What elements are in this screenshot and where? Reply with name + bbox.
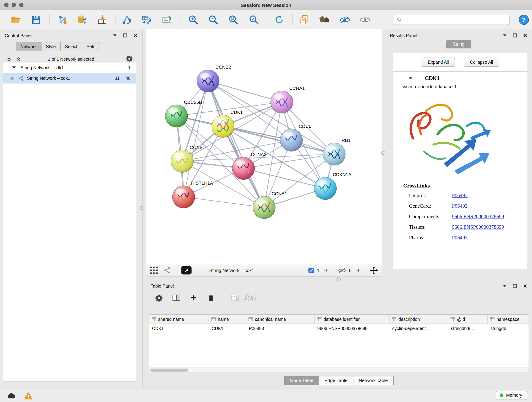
pan-crosshair-icon[interactable] [370,266,378,274]
detach-view-button[interactable] [181,266,191,274]
network-edge[interactable] [184,81,208,197]
tab-select[interactable]: Select [60,42,82,51]
network-row-selected[interactable]: String Network – cdk1 11 48 [3,73,136,83]
network-collection-row[interactable]: String Network – cdk1 1 [3,62,136,73]
zoom-out-button[interactable] [206,13,221,27]
help-button[interactable]: ? [519,14,530,25]
import-table-file-button[interactable] [95,13,110,27]
open-session-button[interactable] [8,13,23,27]
column-header[interactable]: database identifier [315,315,389,324]
cell-id[interactable]: stringdb:9... [448,324,488,333]
delete-column-trash-icon[interactable] [208,294,214,301]
column-header[interactable]: description [389,315,448,324]
panel-float-icon[interactable] [513,33,517,38]
cell-database-identifier[interactable]: 9606.ENSP00000378699 [315,324,389,333]
network-edge[interactable] [208,81,282,102]
table-row[interactable]: CDK1 CDK1 P06493 9606.ENSP00000378699 cy… [149,324,529,333]
crosslink-link[interactable]: P06493 [452,192,467,198]
function-builder-icon[interactable]: f(x) [244,293,256,301]
network-node-CDK1[interactable]: CDK1 [212,110,243,137]
network-node-CDKN1A[interactable]: CDKN1A [314,172,351,200]
search-box[interactable] [394,15,510,25]
panel-float-icon[interactable] [513,284,517,288]
table-settings-gear-icon[interactable] [155,294,162,302]
hide-selected-button[interactable] [337,13,352,27]
panel-close-icon[interactable] [523,33,527,38]
memory-button[interactable]: Memory [496,391,527,400]
cell-namespace[interactable]: stringdb [488,324,529,333]
panel-close-icon[interactable] [133,33,138,38]
zoom-selected-button[interactable] [246,13,261,27]
gene-expander-icon[interactable] [409,77,413,80]
expand-all-icon[interactable] [16,57,20,61]
column-header[interactable]: name [209,315,246,324]
copy-button[interactable] [297,13,311,27]
show-all-button[interactable] [357,13,372,27]
tab-style[interactable]: Style [41,42,60,51]
network-node-RB1[interactable]: RB1 [323,138,351,165]
search-input[interactable] [404,17,506,22]
save-session-button[interactable] [29,13,44,27]
network-edge[interactable] [208,81,264,207]
network-node-HIST1H1A[interactable]: HIST1H1A [172,181,213,208]
network-canvas[interactable]: CCNB2CCNA1CDC25BCDK1CDC6RB1CCNB1CCNA2CDK… [146,29,382,264]
panel-menu-icon[interactable] [113,34,117,37]
column-header[interactable]: shared name [149,315,209,324]
cell-name[interactable]: CDK1 [209,324,246,333]
panel-close-icon[interactable] [523,284,527,288]
network-graph[interactable]: CCNB2CCNA1CDC25BCDK1CDC6RB1CCNB1CCNA2CDK… [146,29,382,264]
network-edge[interactable] [184,197,264,207]
zoom-in-button[interactable] [186,13,201,27]
tab-string[interactable]: String [446,40,471,48]
column-header[interactable]: @id [448,315,488,324]
close-window-button[interactable] [4,3,8,7]
column-header[interactable]: namespace [488,315,529,324]
network-overview-icon[interactable] [164,267,171,274]
crosslink-link[interactable]: P06493 [452,203,467,209]
zoom-fit-button[interactable] [226,13,241,27]
network-node-CCNB1[interactable]: CCNB1 [171,145,205,172]
horizontal-splitter-handle[interactable] [337,278,341,281]
import-network-database-button[interactable] [74,13,89,27]
refresh-view-button[interactable] [272,13,287,27]
cell-shared-name[interactable]: CDK1 [149,324,209,333]
tab-network-table[interactable]: Network Table [353,376,394,385]
export-image-button[interactable] [159,13,174,27]
scrollbar-thumb[interactable] [150,369,189,371]
network-node-CCNA1[interactable]: CCNA1 [271,86,305,113]
layout-button[interactable] [317,13,332,27]
panel-menu-icon[interactable] [503,285,507,287]
column-header[interactable]: canonical name [246,315,315,324]
warning-icon[interactable] [22,391,35,401]
vertical-splitter-handle[interactable] [381,151,385,155]
zoom-window-button[interactable] [19,3,23,7]
crosslink-link[interactable]: 9606.ENSP00000378699 [452,214,504,220]
birdseye-view-icon[interactable] [150,267,158,274]
hidden-eye-icon[interactable] [338,268,346,273]
network-node-CCNB2[interactable]: CCNB2 [197,65,231,92]
panel-float-icon[interactable] [123,33,127,38]
tab-edge-table[interactable]: Edge Table [319,376,353,385]
export-network-table-button[interactable] [139,13,154,27]
tab-sets[interactable]: Sets [82,42,100,51]
crosslink-link[interactable]: P06493 [452,235,467,241]
cell-description[interactable]: cyclin-dependent ... [389,324,448,333]
collapse-all-button[interactable]: Collapse All [464,57,499,67]
new-network-button[interactable] [119,13,134,27]
show-columns-icon[interactable] [172,294,180,301]
selected-checkbox-icon[interactable] [308,268,314,273]
tree-expander-icon[interactable] [12,66,16,69]
import-network-file-button[interactable] [55,13,70,27]
add-column-plus-icon[interactable] [190,294,196,301]
minimize-window-button[interactable] [12,3,16,7]
expand-all-button[interactable]: Expand All [422,57,455,67]
crosslink-link[interactable]: 9606.ENSP00000378699 [452,224,504,230]
cloud-status-icon[interactable] [5,391,18,401]
horizontal-scrollbar[interactable] [149,368,529,372]
panel-menu-icon[interactable] [503,34,507,37]
collapse-all-icon[interactable] [7,57,11,61]
vertical-splitter-handle[interactable] [140,206,144,210]
cell-canonical-name[interactable]: P06493 [246,324,315,333]
tab-network[interactable]: Network [16,42,41,51]
tab-node-table[interactable]: Node Table [284,376,319,385]
